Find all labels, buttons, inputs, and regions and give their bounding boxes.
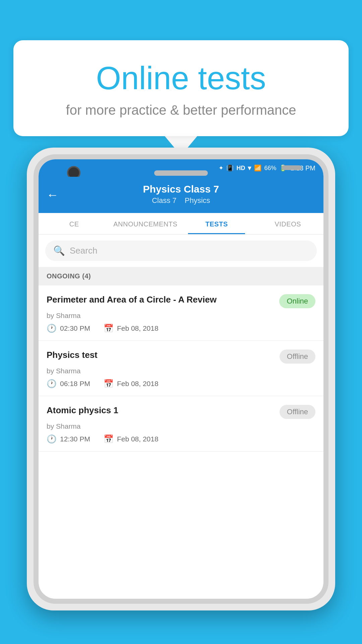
header-title: Physics Class 7 [47,183,315,195]
test-meta: 🕐 02:30 PM 📅 Feb 08, 2018 [47,324,315,333]
test-meta: 🕐 12:30 PM 📅 Feb 08, 2018 [47,434,315,444]
search-placeholder: Search [70,246,97,256]
vibrate-icon: 📳 [226,164,234,172]
test-item[interactable]: Perimeter and Area of a Circle - A Revie… [39,285,323,341]
phone-outer: ✦ 📳 HD ▾ 📶 66% 🔋 1:13 PM ← Physics Class… [27,148,335,610]
search-bar[interactable]: 🔍 Search [45,240,317,261]
tab-videos[interactable]: VIDEOS [252,213,324,234]
phone-speaker [154,170,208,176]
test-date: Feb 08, 2018 [117,435,159,443]
test-badge-offline: Offline [280,405,315,419]
hd-label: HD [236,165,245,172]
meta-time: 🕐 02:30 PM [47,324,90,333]
meta-time: 🕐 12:30 PM [47,434,90,444]
bubble-subtitle: for more practice & better performance [40,103,322,118]
back-button[interactable]: ← [47,188,59,202]
app-header: ← Physics Class 7 Class 7 Physics [39,177,323,213]
test-date: Feb 08, 2018 [117,324,159,332]
speech-bubble-container: Online tests for more practice & better … [13,40,349,156]
tab-announcements[interactable]: ANNOUNCEMENTS [110,213,181,234]
test-item-header: Physics test Offline [47,350,315,364]
bubble-title: Online tests [40,60,322,96]
wifi-icon: ▾ [248,164,251,172]
test-meta: 🕐 06:18 PM 📅 Feb 08, 2018 [47,379,315,388]
section-header: ONGOING (4) [39,267,323,285]
speech-bubble: Online tests for more practice & better … [13,40,349,136]
test-item-header: Perimeter and Area of a Circle - A Revie… [47,294,315,308]
test-author: by Sharma [47,422,315,430]
phone-container: ✦ 📳 HD ▾ 📶 66% 🔋 1:13 PM ← Physics Class… [27,148,335,644]
signal-icon: 📶 [254,164,261,172]
test-badge-online: Online [279,294,315,308]
test-title: Physics test [47,350,274,361]
meta-date: 📅 Feb 08, 2018 [104,379,159,388]
bluetooth-icon: ✦ [219,164,224,172]
phone-inner: ✦ 📳 HD ▾ 📶 66% 🔋 1:13 PM ← Physics Class… [34,154,328,604]
test-time: 02:30 PM [60,324,90,332]
clock-icon: 🕐 [47,434,57,444]
calendar-icon: 📅 [104,434,114,444]
header-subtitle: Class 7 Physics [47,196,315,205]
tab-ce[interactable]: CE [39,213,110,234]
test-author: by Sharma [47,367,315,375]
test-time: 06:18 PM [60,380,90,388]
test-time: 12:30 PM [60,435,90,443]
battery-text: 66% [264,165,276,172]
clock-icon: 🕐 [47,379,57,388]
test-item[interactable]: Physics test Offline by Sharma 🕐 06:18 P… [39,341,323,396]
tabs: CE ANNOUNCEMENTS TESTS VIDEOS [39,213,323,234]
test-item[interactable]: Atomic physics 1 Offline by Sharma 🕐 12:… [39,396,323,451]
test-item-header: Atomic physics 1 Offline [47,405,315,419]
test-author: by Sharma [47,312,315,320]
search-container: 🔍 Search [39,234,323,267]
phone-home-sensor [282,165,302,170]
test-list: Perimeter and Area of a Circle - A Revie… [39,285,323,599]
tab-tests[interactable]: TESTS [181,213,252,234]
header-subject: Physics [185,196,210,205]
meta-date: 📅 Feb 08, 2018 [104,324,159,333]
test-badge-offline: Offline [280,350,315,364]
calendar-icon: 📅 [104,379,114,388]
search-icon: 🔍 [53,245,65,256]
meta-date: 📅 Feb 08, 2018 [104,434,159,444]
header-class: Class 7 [152,196,176,205]
test-title: Perimeter and Area of a Circle - A Revie… [47,294,274,306]
test-date: Feb 08, 2018 [117,380,159,388]
calendar-icon: 📅 [104,324,114,333]
meta-time: 🕐 06:18 PM [47,379,90,388]
clock-icon: 🕐 [47,324,57,333]
test-title: Atomic physics 1 [47,405,274,416]
phone-screen: ✦ 📳 HD ▾ 📶 66% 🔋 1:13 PM ← Physics Class… [39,159,323,599]
